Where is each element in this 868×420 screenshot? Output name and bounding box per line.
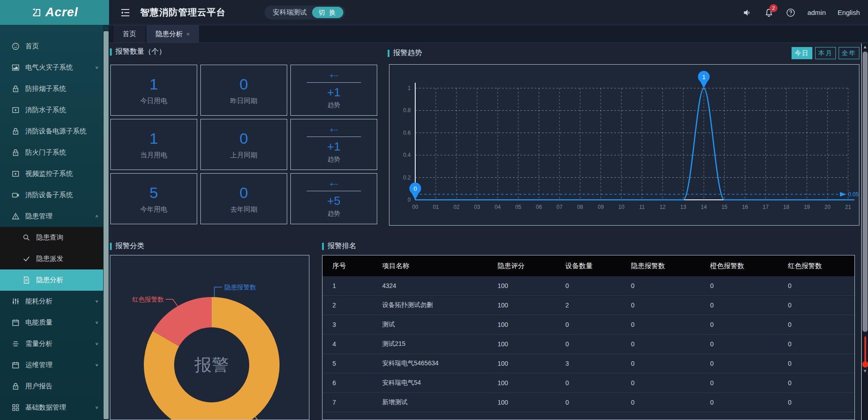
column-header-设备数量: 设备数量 [565,262,631,270]
sidebar-item-电气火灾子系统[interactable]: 电气火灾子系统∨ [0,57,103,78]
svg-text:09: 09 [598,204,604,210]
header-actions: 2 admin English [742,0,860,25]
range-button-本月[interactable]: 本月 [815,47,836,59]
sidebar-item-消防设备子系统[interactable]: 消防设备子系统 [0,184,103,206]
sidebar-item-label: 隐患查询 [36,233,63,242]
sidebar-item-隐患管理[interactable]: 隐患管理∧ [0,206,103,227]
tenant-selector: 安科瑞测试 切 换 [265,5,345,19]
sidebar-scrollbar[interactable]: ▲ [103,25,109,420]
table-cell: 0 [631,379,710,387]
stat-value: 0 [240,76,248,93]
sidebar-item-防排烟子系统[interactable]: 防排烟子系统 [0,78,103,99]
chevron-down-icon: ∨ [95,65,99,70]
table-cell: 2 [565,302,631,309]
svg-text:15: 15 [721,204,728,210]
table-cell: 100 [498,282,565,289]
scroll-down-icon[interactable]: ▼ [862,368,868,373]
lock-icon [12,85,19,93]
trend-card: +--+1趋势 [290,65,377,116]
stat-value: 5 [150,184,158,202]
chevron-down-icon: ∨ [95,341,99,346]
trend-percent: +-- [330,71,338,79]
svg-text:11: 11 [639,204,645,210]
stat-card-今年用电: 5今年用电 [110,173,197,224]
chevron-down-icon: ∨ [95,405,99,410]
main-scrollbar[interactable]: ▲ ▼ [861,43,868,420]
sidebar-item-视频监控子系统[interactable]: 视频监控子系统 [0,163,103,184]
collapse-sidebar-icon[interactable] [120,7,131,18]
chevron-down-icon: ∨ [95,363,99,367]
range-button-今日[interactable]: 今日 [792,47,812,59]
chevron-down-icon: ∨ [95,299,99,303]
sidebar-submenu: 隐患查询隐患派发隐患分析 [0,227,103,291]
trend-range-buttons: 今日本月全年 [792,47,859,59]
main-scrollbar-thumb[interactable] [863,52,868,332]
sidebar-item-隐患分析[interactable]: 隐患分析 [0,269,103,291]
table-row: 6安科瑞电气541000000 [323,373,854,393]
range-button-全年[interactable]: 全年 [839,47,859,59]
sidebar-scrollbar-thumb[interactable] [104,31,109,419]
table-cell: 100 [498,340,565,348]
sidebar-item-label: 需量分析 [25,340,52,348]
sidebar-item-基础数据管理[interactable]: 基础数据管理∨ [0,397,103,418]
table-cell: 0 [788,302,854,309]
scroll-up-icon[interactable]: ▲ [862,44,868,49]
table-cell: 100 [498,399,565,406]
user-menu[interactable]: admin [807,9,826,16]
svg-text:21: 21 [845,204,851,210]
sidebar-item-用户报告[interactable]: 用户报告 [0,376,103,397]
table-cell: 0 [565,321,631,328]
scroll-up-icon[interactable]: ▲ [103,25,109,30]
main-area: 首页隐患分析× 报警数量（个） 1今日用电0昨日同期+--+1趋势1当月用电0上… [109,25,868,420]
sidebar-item-需量分析[interactable]: 需量分析∨ [0,333,103,354]
column-header-项目名称: 项目名称 [382,262,498,270]
table-row: 5安科瑞电气54656341003000 [323,354,854,373]
tab-首页[interactable]: 首页 [114,25,145,42]
sidebar-item-label: 电气火灾子系统 [25,63,73,72]
table-cell: 0 [788,399,854,406]
trend-card: +--+1趋势 [290,119,377,170]
bell-icon[interactable]: 2 [764,8,774,18]
language-switch[interactable]: English [838,9,860,16]
section-title-alarm-trend: 报警趋势 [388,48,422,58]
tab-隐患分析[interactable]: 隐患分析× [147,25,199,42]
svg-text:0.6: 0.6 [403,130,411,136]
acrel-logo-icon [31,7,43,19]
sidebar-item-label: 隐患管理 [25,212,52,221]
table-cell: 0 [565,399,631,406]
sidebar-item-运维管理[interactable]: 运维管理∨ [0,354,103,376]
table-cell: 0 [631,302,710,309]
stat-value: 0 [240,130,248,147]
calendar-icon [12,361,19,369]
tenant-switch-button[interactable]: 切 换 [312,7,343,18]
sidebar-item-消防水子系统[interactable]: 消防水子系统 [0,99,103,121]
sidebar-item-能耗分析[interactable]: 能耗分析∨ [0,291,103,312]
column-header-橙色报警数: 橙色报警数 [710,262,788,270]
sidebar-item-隐患查询[interactable]: 隐患查询 [0,227,103,248]
sidebar-item-电能质量[interactable]: 电能质量∨ [0,312,103,333]
svg-text:07: 07 [556,204,563,210]
chart-marker-pin: 1 [698,71,710,88]
close-tab-icon[interactable]: × [186,31,190,38]
trend-percent: +-- [330,126,338,133]
lock-icon [12,127,19,135]
sidebar-item-label: 防排烟子系统 [25,85,66,93]
table-row: 3测试1000000 [323,315,854,335]
table-cell: 测试215 [382,340,498,348]
section-title-alarm-classification: 报警分类 [110,241,144,251]
home-icon [12,42,19,50]
sidebar-item-消防设备电源子系统[interactable]: 消防设备电源子系统 [0,121,103,142]
svg-text:0.8: 0.8 [403,107,411,113]
table-cell: 0 [631,321,710,328]
sidebar-item-隐患派发[interactable]: 隐患派发 [0,248,103,269]
help-icon[interactable] [786,8,796,18]
sidebar-item-label: 消防水子系统 [25,106,66,114]
sidebar-item-label: 电能质量 [25,318,52,327]
lock-icon [12,382,19,390]
speaker-icon[interactable] [742,8,752,18]
sidebar-item-首页[interactable]: 首页 [0,36,103,57]
stat-card-当月用电: 1当月用电 [110,119,197,170]
sidebar-item-防火门子系统[interactable]: 防火门子系统 [0,142,103,163]
content: 报警数量（个） 1今日用电0昨日同期+--+1趋势1当月用电0上月同期+--+1… [109,43,868,420]
svg-text:19: 19 [804,204,810,210]
